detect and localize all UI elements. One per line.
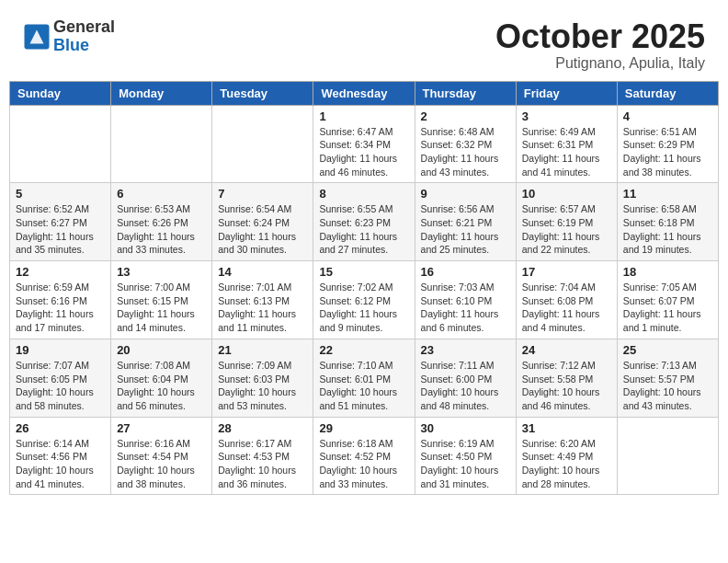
calendar-cell: 24Sunrise: 7:12 AM Sunset: 5:58 PM Dayli… — [516, 339, 617, 417]
day-info: Sunrise: 6:55 AM Sunset: 6:23 PM Dayligh… — [319, 202, 408, 257]
day-info: Sunrise: 6:49 AM Sunset: 6:31 PM Dayligh… — [522, 125, 611, 179]
day-info: Sunrise: 6:53 AM Sunset: 6:26 PM Dayligh… — [117, 202, 206, 257]
day-number: 26 — [16, 421, 105, 435]
day-number: 16 — [421, 265, 510, 279]
day-info: Sunrise: 7:00 AM Sunset: 6:15 PM Dayligh… — [117, 281, 206, 335]
column-header-thursday: Thursday — [415, 81, 516, 105]
calendar-cell: 12Sunrise: 6:59 AM Sunset: 6:16 PM Dayli… — [10, 261, 111, 339]
day-number: 21 — [218, 343, 307, 357]
day-info: Sunrise: 7:01 AM Sunset: 6:13 PM Dayligh… — [218, 281, 307, 335]
day-info: Sunrise: 7:09 AM Sunset: 6:03 PM Dayligh… — [218, 359, 307, 413]
day-number: 12 — [16, 265, 105, 279]
day-info: Sunrise: 6:58 AM Sunset: 6:18 PM Dayligh… — [623, 202, 712, 257]
logo-blue-text: Blue — [53, 37, 115, 55]
day-info: Sunrise: 6:51 AM Sunset: 6:29 PM Dayligh… — [623, 125, 712, 179]
month-title: October 2025 — [495, 18, 705, 55]
logo: General Blue — [23, 18, 115, 55]
day-number: 14 — [218, 265, 307, 279]
day-number: 20 — [117, 343, 206, 357]
calendar-cell: 5Sunrise: 6:52 AM Sunset: 6:27 PM Daylig… — [10, 183, 111, 261]
calendar-cell: 14Sunrise: 7:01 AM Sunset: 6:13 PM Dayli… — [212, 261, 313, 339]
calendar-cell — [617, 417, 718, 495]
day-info: Sunrise: 6:56 AM Sunset: 6:21 PM Dayligh… — [421, 202, 510, 257]
calendar-cell: 25Sunrise: 7:13 AM Sunset: 5:57 PM Dayli… — [617, 339, 718, 417]
calendar-header-row: SundayMondayTuesdayWednesdayThursdayFrid… — [10, 81, 719, 105]
day-number: 11 — [623, 187, 712, 201]
day-number: 8 — [319, 187, 408, 201]
day-number: 19 — [16, 343, 105, 357]
calendar-table: SundayMondayTuesdayWednesdayThursdayFrid… — [9, 81, 719, 496]
day-info: Sunrise: 6:47 AM Sunset: 6:34 PM Dayligh… — [319, 125, 408, 179]
calendar-week-5: 26Sunrise: 6:14 AM Sunset: 4:56 PM Dayli… — [10, 417, 719, 495]
calendar-cell: 27Sunrise: 6:16 AM Sunset: 4:54 PM Dayli… — [111, 417, 212, 495]
calendar-cell — [212, 105, 313, 183]
day-info: Sunrise: 7:05 AM Sunset: 6:07 PM Dayligh… — [623, 281, 712, 335]
day-number: 31 — [522, 421, 611, 435]
column-header-sunday: Sunday — [10, 81, 111, 105]
calendar-cell: 6Sunrise: 6:53 AM Sunset: 6:26 PM Daylig… — [111, 183, 212, 261]
title-section: October 2025 Putignano, Apulia, Italy — [495, 18, 705, 72]
calendar-cell — [10, 105, 111, 183]
day-info: Sunrise: 6:52 AM Sunset: 6:27 PM Dayligh… — [16, 202, 105, 257]
day-number: 22 — [319, 343, 408, 357]
calendar-cell: 4Sunrise: 6:51 AM Sunset: 6:29 PM Daylig… — [617, 105, 718, 183]
day-number: 15 — [319, 265, 408, 279]
calendar-cell: 13Sunrise: 7:00 AM Sunset: 6:15 PM Dayli… — [111, 261, 212, 339]
day-number: 23 — [421, 343, 510, 357]
logo-icon — [23, 23, 51, 51]
day-number: 17 — [522, 265, 611, 279]
calendar-cell: 20Sunrise: 7:08 AM Sunset: 6:04 PM Dayli… — [111, 339, 212, 417]
calendar-week-3: 12Sunrise: 6:59 AM Sunset: 6:16 PM Dayli… — [10, 261, 719, 339]
day-number: 3 — [522, 109, 611, 123]
column-header-monday: Monday — [111, 81, 212, 105]
calendar-cell: 1Sunrise: 6:47 AM Sunset: 6:34 PM Daylig… — [313, 105, 415, 183]
calendar-week-1: 1Sunrise: 6:47 AM Sunset: 6:34 PM Daylig… — [10, 105, 719, 183]
day-info: Sunrise: 6:54 AM Sunset: 6:24 PM Dayligh… — [218, 202, 307, 257]
calendar-cell: 28Sunrise: 6:17 AM Sunset: 4:53 PM Dayli… — [212, 417, 313, 495]
calendar-cell: 22Sunrise: 7:10 AM Sunset: 6:01 PM Dayli… — [313, 339, 415, 417]
day-number: 9 — [421, 187, 510, 201]
calendar-cell: 11Sunrise: 6:58 AM Sunset: 6:18 PM Dayli… — [617, 183, 718, 261]
day-info: Sunrise: 6:19 AM Sunset: 4:50 PM Dayligh… — [421, 437, 510, 491]
day-info: Sunrise: 6:18 AM Sunset: 4:52 PM Dayligh… — [319, 437, 408, 491]
column-header-saturday: Saturday — [617, 81, 718, 105]
calendar-cell: 17Sunrise: 7:04 AM Sunset: 6:08 PM Dayli… — [516, 261, 617, 339]
location: Putignano, Apulia, Italy — [495, 55, 705, 72]
day-info: Sunrise: 6:57 AM Sunset: 6:19 PM Dayligh… — [522, 202, 611, 257]
column-header-wednesday: Wednesday — [313, 81, 415, 105]
day-number: 28 — [218, 421, 307, 435]
calendar-cell: 9Sunrise: 6:56 AM Sunset: 6:21 PM Daylig… — [415, 183, 516, 261]
calendar-cell: 19Sunrise: 7:07 AM Sunset: 6:05 PM Dayli… — [10, 339, 111, 417]
day-info: Sunrise: 7:07 AM Sunset: 6:05 PM Dayligh… — [16, 359, 105, 413]
calendar-cell: 29Sunrise: 6:18 AM Sunset: 4:52 PM Dayli… — [313, 417, 415, 495]
day-info: Sunrise: 7:02 AM Sunset: 6:12 PM Dayligh… — [319, 281, 408, 335]
day-info: Sunrise: 7:13 AM Sunset: 5:57 PM Dayligh… — [623, 359, 712, 413]
calendar-cell: 15Sunrise: 7:02 AM Sunset: 6:12 PM Dayli… — [313, 261, 415, 339]
calendar-cell: 16Sunrise: 7:03 AM Sunset: 6:10 PM Dayli… — [415, 261, 516, 339]
calendar-cell: 31Sunrise: 6:20 AM Sunset: 4:49 PM Dayli… — [516, 417, 617, 495]
day-info: Sunrise: 7:12 AM Sunset: 5:58 PM Dayligh… — [522, 359, 611, 413]
day-info: Sunrise: 6:16 AM Sunset: 4:54 PM Dayligh… — [117, 437, 206, 491]
day-number: 5 — [16, 187, 105, 201]
calendar-week-4: 19Sunrise: 7:07 AM Sunset: 6:05 PM Dayli… — [10, 339, 719, 417]
day-info: Sunrise: 6:59 AM Sunset: 6:16 PM Dayligh… — [16, 281, 105, 335]
day-number: 4 — [623, 109, 712, 123]
day-number: 10 — [522, 187, 611, 201]
day-number: 6 — [117, 187, 206, 201]
day-info: Sunrise: 7:08 AM Sunset: 6:04 PM Dayligh… — [117, 359, 206, 413]
calendar-cell: 10Sunrise: 6:57 AM Sunset: 6:19 PM Dayli… — [516, 183, 617, 261]
calendar-cell: 21Sunrise: 7:09 AM Sunset: 6:03 PM Dayli… — [212, 339, 313, 417]
day-info: Sunrise: 7:10 AM Sunset: 6:01 PM Dayligh… — [319, 359, 408, 413]
calendar-cell: 2Sunrise: 6:48 AM Sunset: 6:32 PM Daylig… — [415, 105, 516, 183]
day-info: Sunrise: 7:04 AM Sunset: 6:08 PM Dayligh… — [522, 281, 611, 335]
column-header-friday: Friday — [516, 81, 617, 105]
calendar-cell: 18Sunrise: 7:05 AM Sunset: 6:07 PM Dayli… — [617, 261, 718, 339]
calendar-cell: 8Sunrise: 6:55 AM Sunset: 6:23 PM Daylig… — [313, 183, 415, 261]
column-header-tuesday: Tuesday — [212, 81, 313, 105]
day-info: Sunrise: 7:11 AM Sunset: 6:00 PM Dayligh… — [421, 359, 510, 413]
day-info: Sunrise: 6:14 AM Sunset: 4:56 PM Dayligh… — [16, 437, 105, 491]
day-number: 29 — [319, 421, 408, 435]
calendar-cell — [111, 105, 212, 183]
logo-general-text: General — [53, 18, 115, 37]
day-number: 1 — [319, 109, 408, 123]
